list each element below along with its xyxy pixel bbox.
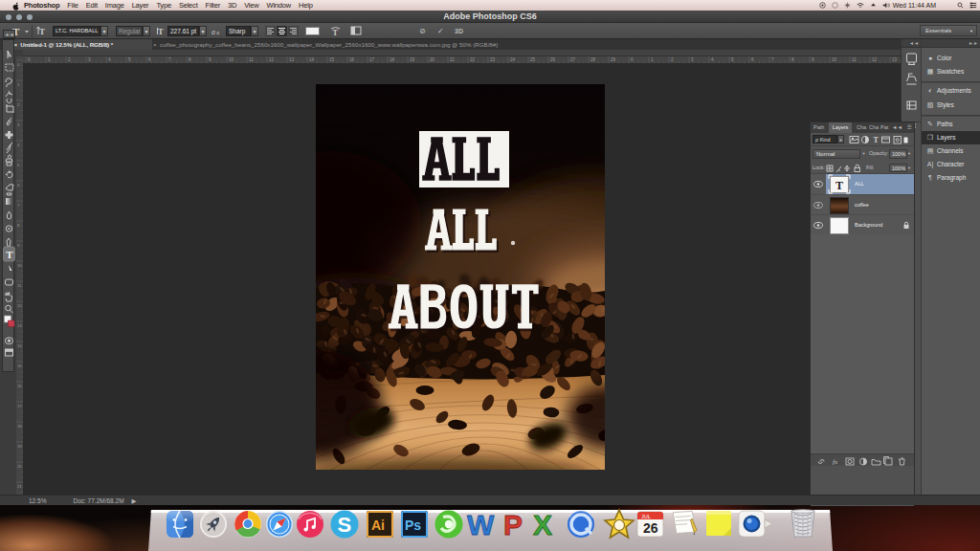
svg-text:10: 10	[17, 263, 22, 268]
svg-text:21: 21	[17, 484, 22, 489]
svg-text:13: 13	[892, 57, 898, 62]
svg-text:10: 10	[229, 57, 234, 62]
svg-text:25: 25	[530, 57, 536, 62]
svg-text:T: T	[6, 249, 13, 260]
svg-text:18: 18	[17, 424, 22, 429]
svg-text:21: 21	[450, 57, 456, 62]
svg-text:16: 16	[17, 384, 22, 388]
svg-text:23: 23	[490, 57, 496, 62]
svg-text:16: 16	[349, 57, 355, 62]
svg-text:26: 26	[643, 520, 658, 536]
svg-text:S: S	[338, 513, 352, 537]
svg-text:T: T	[874, 136, 880, 144]
svg-text:13: 13	[289, 57, 295, 62]
svg-text:W: W	[467, 509, 495, 540]
svg-text:11: 11	[852, 57, 857, 62]
svg-text:12: 12	[872, 57, 878, 62]
svg-text:T: T	[333, 29, 339, 37]
svg-text:12: 12	[269, 57, 275, 62]
svg-text:17: 17	[369, 57, 375, 62]
svg-text:24: 24	[510, 57, 516, 62]
svg-text:14: 14	[17, 343, 22, 348]
svg-text:26: 26	[550, 57, 556, 62]
svg-text:19: 19	[17, 444, 22, 449]
svg-text:27: 27	[570, 57, 576, 62]
svg-text:17: 17	[17, 404, 22, 408]
svg-text:a: a	[212, 28, 215, 36]
svg-text:20: 20	[430, 57, 435, 62]
svg-text:22: 22	[470, 57, 476, 62]
svg-text:X: X	[533, 509, 552, 540]
svg-text:11: 11	[249, 57, 254, 62]
svg-text:13: 13	[17, 323, 22, 328]
svg-text:28: 28	[590, 57, 596, 62]
svg-text:a: a	[216, 29, 220, 36]
svg-text:Ps: Ps	[405, 518, 421, 533]
svg-text:Ai: Ai	[371, 518, 385, 533]
svg-text:fx: fx	[833, 458, 838, 466]
svg-text:19: 19	[410, 57, 415, 62]
svg-text:P: P	[503, 509, 523, 540]
svg-text:15: 15	[329, 57, 335, 62]
svg-text:14: 14	[309, 57, 315, 62]
svg-text:10: 10	[832, 57, 837, 62]
svg-text:JUL: JUL	[641, 514, 651, 519]
svg-text:T: T	[39, 27, 45, 36]
svg-text:11: 11	[17, 283, 22, 288]
svg-text:29: 29	[611, 57, 616, 62]
svg-text:18: 18	[390, 57, 395, 62]
svg-text:20: 20	[17, 464, 22, 469]
svg-text:T: T	[158, 27, 164, 36]
svg-text:12: 12	[17, 303, 22, 308]
svg-text:15: 15	[17, 364, 22, 368]
